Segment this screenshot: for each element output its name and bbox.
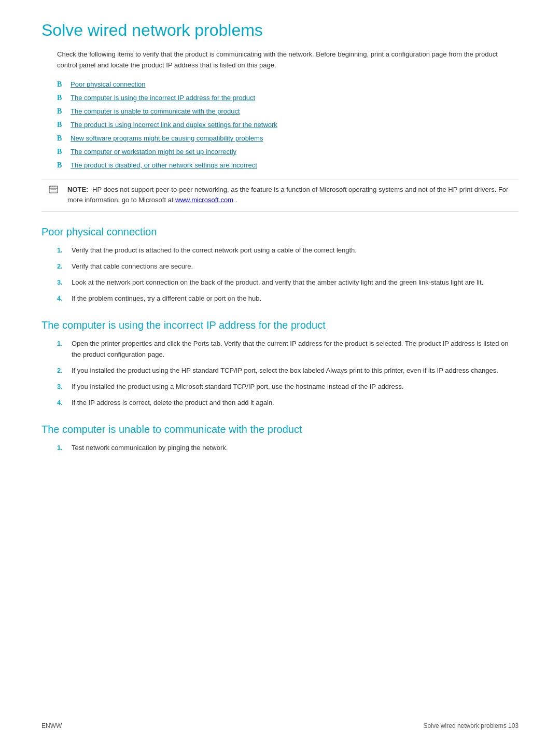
toc-item: BNew software programs might be causing … [57, 134, 519, 143]
section-list: 1.Verify that the product is attached to… [57, 245, 519, 304]
toc-link[interactable]: The computer or workstation might be set… [71, 148, 236, 156]
item-text: If you installed the product using the H… [72, 366, 519, 376]
toc-link[interactable]: The product is using incorrect link and … [71, 121, 277, 129]
toc-item: BThe product is using incorrect link and… [57, 121, 519, 129]
microsoft-link[interactable]: www.microsoft.com [175, 196, 233, 204]
item-number: 2. [57, 261, 72, 272]
list-item: 2.Verify that cable connections are secu… [57, 261, 519, 272]
toc-link[interactable]: New software programs might be causing c… [71, 134, 263, 142]
item-text: Verify that the product is attached to t… [72, 245, 519, 256]
footer-left: ENWW [41, 722, 62, 729]
intro-paragraph: Check the following items to verify that… [57, 49, 519, 71]
note-content: NOTE: HP does not support peer-to-peer n… [67, 185, 511, 206]
list-item: 3.Look at the network port connection on… [57, 277, 519, 288]
list-item: 2.If you installed the product using the… [57, 366, 519, 376]
note-text: HP does not support peer-to-peer network… [67, 186, 508, 204]
note-icon [49, 185, 63, 195]
toc-list: BPoor physical connectionBThe computer i… [57, 80, 519, 170]
list-item: 4.If the problem continues, try a differ… [57, 293, 519, 304]
note-box: NOTE: HP does not support peer-to-peer n… [41, 179, 519, 212]
toc-bullet: B [57, 134, 63, 143]
list-item: 4.If the IP address is correct, delete t… [57, 398, 519, 409]
section-title: The computer is using the incorrect IP a… [41, 319, 519, 331]
list-item: 1.Verify that the product is attached to… [57, 245, 519, 256]
toc-link[interactable]: The computer is unable to communicate wi… [71, 107, 240, 115]
toc-bullet: B [57, 94, 63, 102]
toc-bullet: B [57, 107, 63, 116]
item-text: If you installed the product using a Mic… [72, 382, 519, 392]
footer-right: Solve wired network problems 103 [424, 722, 519, 729]
item-text: Verify that cable connections are secure… [72, 261, 519, 272]
sections-container: Poor physical connection1.Verify that th… [41, 226, 519, 454]
item-number: 1. [57, 245, 72, 256]
toc-bullet: B [57, 121, 63, 129]
item-text: Look at the network port connection on t… [72, 277, 519, 288]
item-number: 3. [57, 382, 72, 392]
item-text: Test network communication by pinging th… [72, 443, 519, 454]
note-label: NOTE: [67, 186, 88, 193]
toc-link[interactable]: Poor physical connection [71, 80, 146, 88]
section-incorrect-ip-address: The computer is using the incorrect IP a… [41, 319, 519, 408]
toc-link[interactable]: The computer is using the incorrect IP a… [71, 94, 255, 102]
page-title: Solve wired network problems [41, 21, 519, 40]
section-list: 1.Open the printer properties and click … [57, 339, 519, 408]
list-item: 1.Test network communication by pinging … [57, 443, 519, 454]
item-text: If the IP address is correct, delete the… [72, 398, 519, 409]
toc-item: BPoor physical connection [57, 80, 519, 89]
item-number: 4. [57, 398, 72, 409]
item-text: If the problem continues, try a differen… [72, 293, 519, 304]
section-title: Poor physical connection [41, 226, 519, 238]
page-footer: ENWW Solve wired network problems 103 [41, 722, 519, 729]
section-title: The computer is unable to communicate wi… [41, 424, 519, 435]
toc-item: BThe product is disabled, or other netwo… [57, 161, 519, 170]
toc-bullet: B [57, 161, 63, 170]
toc-bullet: B [57, 80, 63, 89]
list-item: 3.If you installed the product using a M… [57, 382, 519, 392]
toc-item: BThe computer is using the incorrect IP … [57, 94, 519, 102]
list-item: 1.Open the printer properties and click … [57, 339, 519, 360]
section-poor-physical-connection: Poor physical connection1.Verify that th… [41, 226, 519, 304]
section-list: 1.Test network communication by pinging … [57, 443, 519, 454]
item-text: Open the printer properties and click th… [72, 339, 519, 360]
note-text-after: . [235, 196, 237, 204]
section-unable-to-communicate: The computer is unable to communicate wi… [41, 424, 519, 454]
toc-item: BThe computer or workstation might be se… [57, 148, 519, 156]
item-number: 3. [57, 277, 72, 288]
toc-bullet: B [57, 148, 63, 156]
item-number: 1. [57, 339, 72, 349]
toc-item: BThe computer is unable to communicate w… [57, 107, 519, 116]
item-number: 1. [57, 443, 72, 454]
toc-link[interactable]: The product is disabled, or other networ… [71, 161, 257, 169]
item-number: 2. [57, 366, 72, 376]
item-number: 4. [57, 293, 72, 304]
